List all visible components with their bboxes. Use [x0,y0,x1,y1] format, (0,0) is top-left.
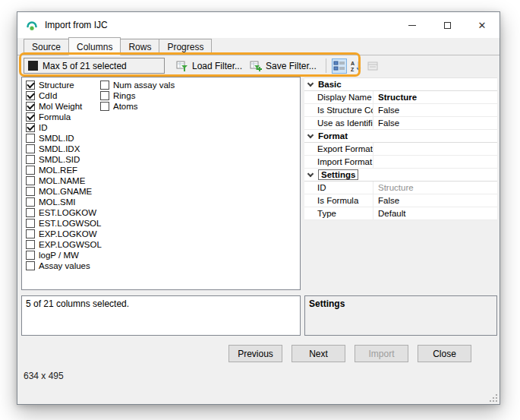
unchecked-checkbox-icon[interactable] [100,91,109,100]
property-value[interactable]: False [373,194,497,207]
column-item-est-logwsol[interactable]: EST.LOGWSOL [26,218,102,229]
unchecked-checkbox-icon[interactable] [26,134,35,143]
tab-progress[interactable]: Progress [159,39,212,55]
app-icon [25,18,39,32]
column-label: MOL.SMI [39,197,76,207]
checked-checkbox-icon[interactable] [26,112,35,122]
category-row-basic[interactable]: Basic [304,78,497,91]
svg-text:A: A [351,61,355,66]
load-filter-button[interactable]: Load Filter... [172,58,246,74]
close-button[interactable]: ✕ [465,12,500,38]
max-selected-checkbox[interactable] [28,61,38,71]
column-item-mol-ref[interactable]: MOL.REF [26,165,102,175]
unchecked-checkbox-icon[interactable] [100,102,109,111]
toolbar-separator [326,58,326,73]
column-label: MOL.REF [39,166,77,175]
unchecked-checkbox-icon[interactable] [100,81,109,90]
chevron-down-icon[interactable] [307,171,314,177]
category-row-format[interactable]: Format [304,130,497,143]
column-item-smdl-sid[interactable]: SMDL.SID [26,154,102,165]
selection-summary-box: 5 of 21 columns selected. [21,295,301,336]
property-row-export-format[interactable]: Export Format [304,143,497,156]
column-item-exp-logwsol[interactable]: EXP.LOGWSOL [26,239,102,250]
tab-rows[interactable]: Rows [120,39,159,55]
chevron-down-icon[interactable] [307,132,314,138]
chevron-down-icon[interactable] [307,81,314,87]
unchecked-checkbox-icon[interactable] [26,261,35,270]
column-item-smdl-id[interactable]: SMDL.ID [26,133,102,144]
category-label: Settings [318,169,358,180]
column-item-id[interactable]: ID [26,122,102,133]
property-value[interactable]: Default [373,207,497,219]
column-item-mol-gname[interactable]: MOL.GNAME [26,186,102,197]
column-item-atoms[interactable]: Atoms [100,101,175,112]
previous-button[interactable]: Previous [228,345,282,362]
save-filter-icon [250,60,262,72]
toolbar: Max 5 of 21 selected Load Filter... Save… [17,55,500,76]
sort-alphabetical-button[interactable]: A Z [348,58,364,74]
property-row-is-structure-colu[interactable]: Is Structure ColuFalse [304,104,497,117]
unchecked-checkbox-icon[interactable] [26,187,35,196]
column-item-mol-weight[interactable]: Mol Weight [26,101,102,112]
property-row-display-name[interactable]: Display NameStructure [304,91,497,104]
column-item-num-assay-vals[interactable]: Num assay vals [100,80,175,90]
categorized-view-button[interactable] [332,58,347,74]
import-from-ijc-dialog: Import from IJC ✕ SourceColumnsRowsProgr… [17,11,500,405]
unchecked-checkbox-icon[interactable] [26,208,35,217]
property-name: ID [304,183,373,192]
unchecked-checkbox-icon[interactable] [26,197,35,207]
resize-grip[interactable] [488,393,498,403]
tab-columns[interactable]: Columns [68,37,121,55]
column-label: ID [39,123,48,132]
unchecked-checkbox-icon[interactable] [26,219,35,228]
property-value[interactable]: Structure [373,91,497,103]
unchecked-checkbox-icon[interactable] [26,155,35,164]
close-button[interactable]: Close [418,345,471,362]
tab-source[interactable]: Source [24,39,69,55]
column-item-exp-logkow[interactable]: EXP.LOGKOW [26,229,102,239]
column-item-est-logkow[interactable]: EST.LOGKOW [26,207,102,218]
property-value[interactable]: False [373,104,497,116]
column-item-mol-name[interactable]: MOL.NAME [26,175,102,186]
minimize-button[interactable] [395,12,430,38]
checked-checkbox-icon[interactable] [26,91,35,100]
property-row-use-as-identifier[interactable]: Use as IdentifierFalse [304,117,497,130]
import-button[interactable]: Import [355,345,408,362]
column-item-structure[interactable]: Structure [26,80,102,90]
checked-checkbox-icon[interactable] [26,123,35,132]
property-value[interactable] [373,156,497,168]
column-item-mol-smi[interactable]: MOL.SMI [26,197,102,207]
save-filter-button[interactable]: Save Filter... [246,58,320,74]
maximize-button[interactable] [430,12,465,38]
window-controls: ✕ [395,12,500,38]
title-bar[interactable]: Import from IJC ✕ [17,12,500,38]
property-value[interactable]: False [373,117,497,129]
column-item-logp-mw[interactable]: logP / MW [26,250,102,261]
category-row-settings[interactable]: Settings [304,169,497,182]
next-button[interactable]: Next [292,345,345,362]
property-row-import-format[interactable]: Import Format [304,156,497,169]
unchecked-checkbox-icon[interactable] [26,251,35,260]
property-row-is-formula[interactable]: Is FormulaFalse [304,194,497,207]
svg-text:Z: Z [351,67,355,72]
property-value[interactable]: Structure [373,182,497,194]
unchecked-checkbox-icon[interactable] [26,229,35,238]
load-filter-icon [176,60,188,72]
property-row-type[interactable]: TypeDefault [304,207,497,220]
unchecked-checkbox-icon[interactable] [26,166,35,175]
unchecked-checkbox-icon[interactable] [26,176,35,185]
column-label: EXP.LOGKOW [39,229,96,238]
unchecked-checkbox-icon[interactable] [26,144,35,153]
column-item-smdl-idx[interactable]: SMDL.IDX [26,144,102,154]
column-item-formula[interactable]: Formula [26,112,102,122]
column-item-assay-values[interactable]: Assay values [26,261,102,271]
checked-checkbox-icon[interactable] [26,102,35,111]
column-item-rings[interactable]: Rings [100,90,175,101]
unchecked-checkbox-icon[interactable] [26,240,35,249]
column-item-cdid[interactable]: CdId [26,90,102,101]
columns-list-panel[interactable]: StructureCdIdMol WeightFormulaIDSMDL.IDS… [21,77,301,290]
property-row-id[interactable]: IDStructure [304,182,497,194]
property-value[interactable] [373,143,497,155]
property-name: Export Format [304,144,373,153]
checked-checkbox-icon[interactable] [26,81,35,90]
